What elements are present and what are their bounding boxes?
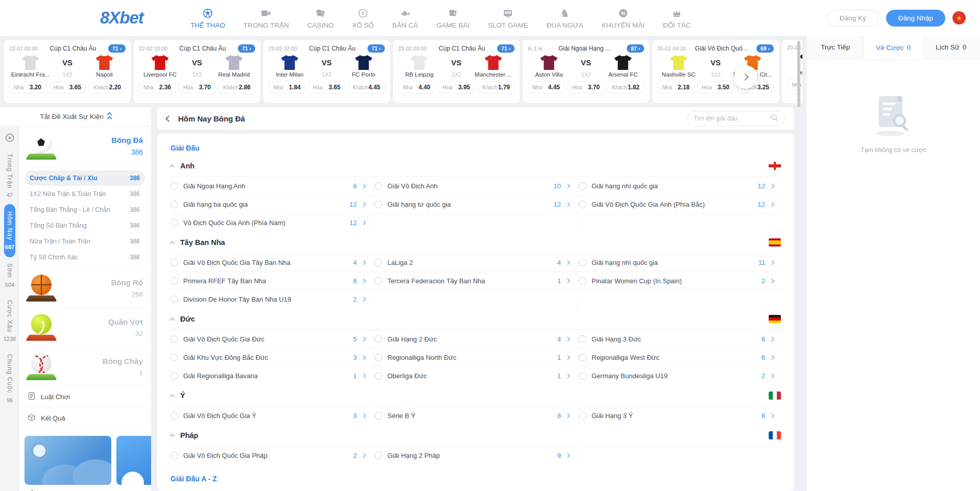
sidebar-link-rules[interactable]: Luật Chơi bbox=[24, 386, 145, 408]
league-item[interactable]: Giải hạng ba quốc gia 12 bbox=[169, 195, 374, 213]
country-section-header-france[interactable]: Pháp bbox=[169, 425, 782, 446]
league-radio[interactable] bbox=[375, 335, 382, 343]
match-markets-badge[interactable]: 71 bbox=[368, 44, 385, 53]
carousel-next-button[interactable] bbox=[734, 65, 757, 89]
odds-draw[interactable]: Hòa3.70 bbox=[179, 81, 215, 93]
register-button[interactable]: Đăng Ký bbox=[827, 10, 879, 27]
country-section-header-africa[interactable]: Africa bbox=[169, 487, 782, 491]
back-chevron-icon[interactable] bbox=[165, 115, 172, 122]
league-item[interactable]: Giải Hạng 2 Pháp 9 bbox=[374, 446, 578, 464]
league-radio[interactable] bbox=[579, 182, 586, 190]
odds-away[interactable]: Khách2.20 bbox=[89, 81, 126, 93]
league-item[interactable]: Tercera Federacion Tây Ban Nha 1 bbox=[374, 272, 578, 290]
league-radio[interactable] bbox=[170, 259, 178, 266]
nav-ban-ca[interactable]: BẮN CÁ bbox=[392, 7, 418, 29]
rail-tab[interactable]: Trong Trận 47 bbox=[5, 148, 14, 204]
league-item[interactable]: Giải Hạng 3 Đức 6 bbox=[578, 330, 782, 348]
match-markets-badge[interactable]: 71 bbox=[108, 44, 126, 53]
league-item[interactable]: Pinatar Women Cup (In Spain) 2 bbox=[578, 272, 782, 290]
odds-home[interactable]: Nhà1.84 bbox=[268, 81, 305, 93]
league-item[interactable]: Giải Khu Vực Đông Bắc Đức 3 bbox=[169, 348, 374, 366]
search-icon[interactable] bbox=[771, 114, 778, 123]
odds-draw[interactable]: Hòa3.65 bbox=[49, 81, 86, 93]
odds-draw[interactable]: Hòa3.50 bbox=[697, 81, 734, 93]
bet-type-item[interactable]: Tổng Bàn Thắng - Lẻ / Chẵn 386 bbox=[24, 202, 145, 217]
rail-tab[interactable]: Sớm 504 bbox=[4, 257, 15, 294]
league-item[interactable]: Vô Địch Quốc Gia Anh (Phía Nam) 12 bbox=[169, 213, 374, 232]
league-radio[interactable] bbox=[579, 277, 586, 285]
match-card[interactable]: 23-02 03:00 Cúp C1 Châu Âu 71 VS RB Leip… bbox=[393, 40, 520, 103]
league-item[interactable]: Giải Hạng 2 Đức 4 bbox=[374, 330, 578, 348]
search-input[interactable] bbox=[694, 115, 767, 122]
match-card[interactable]: In 1 H Giải Ngoại Hạng ... 87 VS Aston V… bbox=[523, 40, 649, 103]
league-item[interactable]: Giải Hạng 3 Ý 8 bbox=[578, 406, 782, 425]
banner-manchester-city[interactable]: CỦA CLB MANCHESTER CITY Đối tác bbox=[24, 436, 111, 491]
odds-home[interactable]: Nhà2.36 bbox=[139, 81, 176, 93]
scrollbar-thumb[interactable] bbox=[797, 41, 800, 107]
bet-type-item[interactable]: 1X2 Nửa Trận & Toàn Trận 386 bbox=[24, 186, 145, 202]
bet-type-item[interactable]: Cược Chấp & Tài / Xỉu 386 bbox=[24, 170, 145, 186]
league-radio[interactable] bbox=[170, 372, 178, 380]
nav-casino[interactable]: CASINO bbox=[307, 7, 334, 29]
match-card[interactable]: 22-02 03:00 Cúp C1 Châu Âu 71 VS Liverpo… bbox=[134, 40, 260, 103]
odds-away[interactable]: Khách2.86 bbox=[218, 81, 255, 93]
league-radio[interactable] bbox=[375, 201, 382, 208]
sidebar-sport-tennis[interactable]: Quần Vợt 32 bbox=[24, 308, 145, 347]
league-item[interactable]: Giải hạng tư quốc gia 12 bbox=[374, 195, 578, 213]
league-item[interactable]: Regionalliga West Đức 6 bbox=[578, 348, 782, 366]
league-item[interactable]: Giải Vô Địch Quốc Gia Pháp 2 bbox=[169, 446, 374, 464]
rail-tab[interactable]: Cược Xâu 1238 bbox=[3, 294, 17, 348]
nav-trong-tran[interactable]: TRONG TRẬN bbox=[243, 7, 289, 29]
match-markets-badge[interactable]: 71 bbox=[238, 44, 255, 53]
league-radio[interactable] bbox=[579, 201, 586, 208]
league-item[interactable]: Germany Bundesliga U19 2 bbox=[578, 366, 782, 385]
odds-away[interactable]: Khách1.82 bbox=[607, 81, 644, 93]
league-item[interactable]: Regionalliga North Đức 1 bbox=[374, 348, 578, 366]
rail-tab[interactable]: Hôm Nay 687 bbox=[4, 204, 15, 257]
league-item[interactable]: Giải Vô Địch Anh 10 bbox=[374, 177, 578, 195]
nav-dua-ngua[interactable]: ♞ ĐUA NGỰA bbox=[547, 7, 583, 29]
league-radio[interactable] bbox=[170, 219, 178, 227]
league-radio[interactable] bbox=[170, 412, 178, 420]
sidebar-link-results[interactable]: Kết Quả bbox=[24, 408, 145, 429]
league-radio[interactable] bbox=[170, 182, 178, 190]
league-item[interactable]: Giải Ngoại Hạng Anh 8 bbox=[169, 177, 374, 195]
match-card[interactable]: 22-02 03:00 Cúp C1 Châu Âu 71 VS Eintrac… bbox=[4, 40, 131, 103]
league-item[interactable]: Giải hạng nhì quốc gia 12 bbox=[578, 177, 782, 195]
nav-khuyen-mai[interactable]: % KHUYẾN MÃI bbox=[602, 7, 645, 29]
league-radio[interactable] bbox=[579, 412, 586, 420]
league-item[interactable]: Primera RFEF Tây Ban Nha 6 bbox=[169, 272, 374, 290]
match-markets-badge[interactable]: 71 bbox=[497, 44, 514, 53]
league-radio[interactable] bbox=[579, 259, 586, 266]
odds-home[interactable]: Nhà2.18 bbox=[657, 81, 694, 93]
tab-ve-cuoc[interactable]: Vé Cược 0 bbox=[864, 36, 922, 59]
tab-truc-tiep[interactable]: Trực Tiếp bbox=[806, 36, 864, 59]
country-section-header-italy[interactable]: Ý bbox=[169, 385, 782, 406]
match-card[interactable]: 23-02 03:00 Cúp C1 Châu Âu 71 VS Inter M… bbox=[263, 40, 390, 103]
nav-xo-so[interactable]: 6 XỔ SỐ bbox=[352, 7, 374, 29]
league-radio[interactable] bbox=[579, 372, 586, 380]
league-item[interactable]: Giải Vô Địch Quốc Gia Ý 3 bbox=[169, 406, 374, 425]
sidebar-sport-football[interactable]: Bóng Đá 386 bbox=[24, 127, 145, 167]
league-item[interactable]: Giải Vô Địch Quốc Gia Đức 5 bbox=[169, 330, 374, 348]
sidebar-sport-baseball[interactable]: Bóng Chày 1 bbox=[24, 347, 145, 386]
league-radio[interactable] bbox=[170, 277, 178, 285]
league-item[interactable]: Giải Vô Địch Quốc Gia Anh (Phía Bắc) 12 bbox=[578, 195, 782, 213]
league-item[interactable]: Giải Vô Địch Quốc Gia Tây Ban Nha 4 bbox=[169, 253, 374, 272]
collapse-suggestions-bar[interactable]: Tắt Đề Xuất Sự Kiện bbox=[0, 107, 151, 127]
match-card[interactable]: 26-02 04:30 Giải Vô Địch Quố... 69 VS Na… bbox=[652, 40, 779, 103]
nav-the-thao[interactable]: THỂ THAO bbox=[190, 7, 225, 29]
league-radio[interactable] bbox=[170, 452, 178, 459]
league-radio[interactable] bbox=[579, 335, 586, 343]
nav-doi-tac[interactable]: ĐỐI TÁC bbox=[663, 7, 691, 29]
odds-away[interactable]: Khách4.45 bbox=[348, 81, 385, 93]
league-radio[interactable] bbox=[375, 452, 382, 459]
match-markets-badge[interactable]: 87 bbox=[627, 44, 644, 53]
nav-slot-game[interactable]: SLOT GAME bbox=[488, 7, 528, 29]
banner-teddy-sheringham[interactable]: Teddy She Đại Sứ Độc bbox=[116, 436, 151, 491]
league-item[interactable]: Giải hạng nhì quốc gia 11 bbox=[578, 253, 782, 272]
league-item[interactable]: Giải Regionalliga Bavaria 1 bbox=[169, 366, 374, 385]
odds-away[interactable]: Khách1.79 bbox=[478, 81, 514, 93]
rail-tab[interactable]: Chung Cuộc 96 bbox=[5, 348, 14, 409]
login-button[interactable]: Đăng Nhập bbox=[886, 10, 945, 27]
